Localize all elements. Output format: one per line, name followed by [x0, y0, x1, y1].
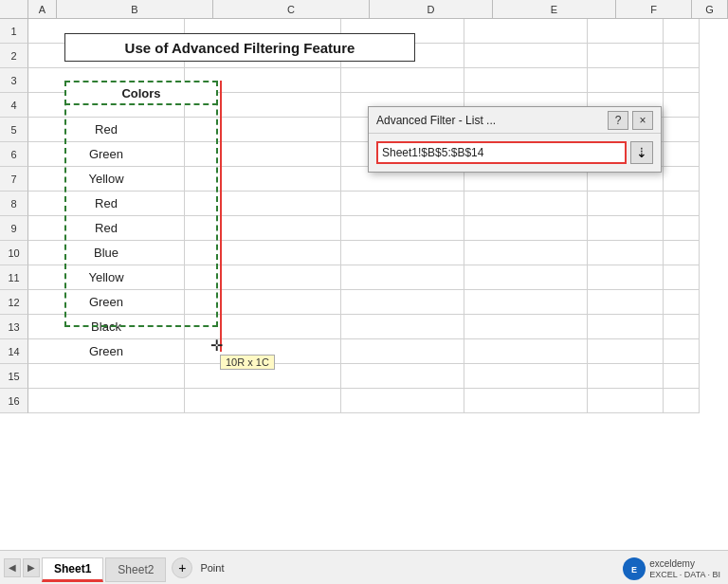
selection-line [220, 81, 222, 352]
watermark-text: exceldemy EXCEL · DATA · BI [649, 558, 720, 579]
sheet-tab-sheet1[interactable]: Sheet1 [42, 557, 103, 582]
dialog-help-button[interactable]: ? [608, 111, 628, 130]
dialog-titlebar: Advanced Filter - List ... ? × [369, 107, 661, 134]
corner-cell [0, 0, 28, 19]
col-header-a: A [28, 0, 57, 19]
column-headers: A B C D E F G [0, 0, 728, 19]
advanced-filter-dialog: Advanced Filter - List ... ? × ⇣ [368, 106, 662, 173]
table-row: 15 [0, 364, 728, 389]
collapse-dialog-button[interactable]: ⇣ [630, 141, 653, 164]
dialog-controls: ? × [608, 111, 653, 130]
dialog-title: Advanced Filter - List ... [376, 114, 496, 127]
add-sheet-button[interactable]: + [172, 557, 192, 578]
spreadsheet: A B C D E F G 1 2 3 [0, 0, 728, 550]
range-tooltip: 10R x 1C [220, 355, 275, 370]
colors-label: Colors [121, 86, 160, 100]
col-header-g: G [692, 0, 728, 19]
sheet-nav-left[interactable]: ◀ [4, 558, 21, 577]
col-header-b: B [57, 0, 213, 19]
status-bar: Point [192, 562, 224, 574]
dialog-close-button[interactable]: × [632, 111, 653, 130]
title-box: Use of Advanced Filtering Feature [64, 33, 415, 62]
dialog-input-row: ⇣ [376, 141, 653, 164]
col-header-d: D [370, 0, 493, 19]
sheet-nav-right[interactable]: ▶ [23, 558, 40, 577]
table-row: 10 Blue [0, 241, 728, 265]
col-header-e: E [493, 0, 616, 19]
table-row: 14 Green [0, 339, 728, 364]
table-row: 16 [0, 389, 728, 413]
title-text: Use of Advanced Filtering Feature [125, 40, 355, 56]
bottom-bar: ◀ ▶ Sheet1 Sheet2 + Point E exceldemy EX… [0, 550, 728, 584]
col-header-c: C [213, 0, 370, 19]
watermark-logo: E [623, 557, 646, 580]
watermark-line1: exceldemy [649, 558, 695, 569]
table-row: 12 Green [0, 290, 728, 315]
sheet-navigation: ◀ ▶ Sheet1 Sheet2 + [0, 551, 192, 585]
table-row: 11 Yellow [0, 265, 728, 290]
list-range-input[interactable] [376, 141, 627, 164]
table-row: 9 Red [0, 216, 728, 241]
watermark: E exceldemy EXCEL · DATA · BI [623, 557, 720, 580]
dialog-body: ⇣ [369, 134, 661, 172]
table-row: 8 Red [0, 192, 728, 216]
cursor-crosshair: ✛ [210, 338, 228, 355]
watermark-line2: EXCEL · DATA · BI [649, 570, 720, 579]
svg-text:E: E [631, 565, 637, 575]
colors-header-cell[interactable]: Colors [64, 81, 218, 105]
sheet-tab-sheet2[interactable]: Sheet2 [105, 557, 166, 582]
table-row: 13 Black [0, 315, 728, 339]
col-header-f: F [616, 0, 692, 19]
